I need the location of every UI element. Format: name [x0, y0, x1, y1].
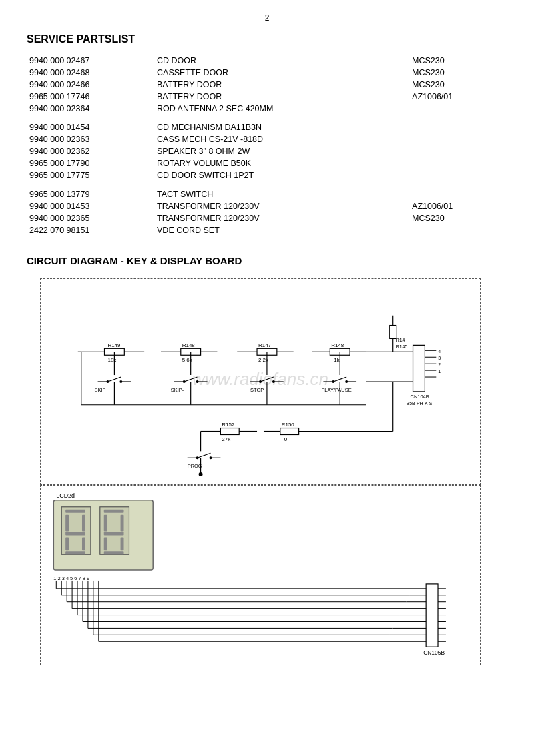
part-code: [409, 121, 507, 133]
svg-line-32: [184, 377, 198, 382]
svg-text:PROG: PROG: [188, 463, 202, 469]
part-number: 9940 000 02362: [27, 145, 154, 157]
svg-text:3: 3: [438, 356, 441, 360]
svg-text:27k: 27k: [222, 436, 230, 442]
table-row: 9965 000 13779TACT SWITCH: [27, 188, 507, 200]
svg-line-39: [260, 377, 274, 382]
svg-text:4: 4: [438, 349, 441, 354]
table-row: 9940 000 02466BATTERY DOORMCS230: [27, 79, 507, 91]
part-description: BATTERY DOOR: [154, 79, 409, 91]
lower-circuit-svg: LCD2d: [41, 486, 480, 665]
svg-line-46: [333, 377, 346, 382]
svg-text:18k: 18k: [107, 357, 116, 363]
part-description: CD DOOR SWITCH 1P2T: [154, 169, 409, 181]
svg-text:STOP: STOP: [250, 387, 264, 393]
table-row: 9940 000 02468CASSETTE DOORMCS230: [27, 67, 507, 79]
part-number: 9940 000 02468: [27, 67, 154, 79]
parts-list-title: SERVICE PARTSLIST: [27, 33, 507, 45]
part-number: 9965 000 17746: [27, 91, 154, 103]
part-description: CD DOOR: [154, 55, 409, 67]
svg-rect-103: [65, 537, 69, 550]
part-code: MCS230: [409, 55, 507, 67]
svg-text:2: 2: [438, 362, 441, 367]
part-description: SPEAKER 3" 8 OHM 2W: [154, 145, 409, 157]
svg-text:R152: R152: [222, 422, 235, 428]
table-row: 9940 000 02467CD DOORMCS230: [27, 55, 507, 67]
svg-line-88: [198, 453, 211, 458]
table-row: 9940 000 02365TRANSFORMER 120/230VMCS230: [27, 212, 507, 224]
svg-rect-57: [390, 326, 396, 339]
part-code: MCS230: [409, 67, 507, 79]
table-row: 9940 000 02363CASS MECH CS-21V -818D: [27, 133, 507, 145]
svg-rect-101: [82, 515, 85, 532]
svg-rect-99: [65, 510, 85, 513]
part-description: TACT SWITCH: [154, 188, 409, 200]
svg-text:0: 0: [284, 436, 288, 442]
circuit-diagram-lower: LCD2d: [40, 485, 481, 665]
svg-text:PLAY/PAUSE: PLAY/PAUSE: [321, 387, 351, 393]
part-number: 9965 000 13779: [27, 188, 154, 200]
part-description: CASSETTE DOOR: [154, 67, 409, 79]
svg-text:B5B-PH-K-S: B5B-PH-K-S: [407, 401, 433, 406]
svg-text:1k: 1k: [334, 357, 339, 363]
part-description: ROTARY VOLUME B50K: [154, 157, 409, 169]
svg-rect-105: [65, 551, 85, 554]
svg-rect-108: [104, 515, 107, 532]
svg-text:R14: R14: [396, 338, 405, 342]
table-row: 9965 000 17746BATTERY DOORAZ1006/01: [27, 91, 507, 103]
part-description: TRANSFORMER 120/230V: [154, 212, 409, 224]
part-code: [409, 188, 507, 200]
part-description: BATTERY DOOR: [154, 91, 409, 103]
svg-text:SKIP+: SKIP+: [95, 387, 109, 393]
svg-rect-110: [104, 532, 124, 535]
table-row: 9965 000 17790ROTARY VOLUME B50K: [27, 157, 507, 169]
svg-text:R148: R148: [331, 342, 344, 348]
table-row: 9940 000 02364ROD ANTENNA 2 SEC 420MM: [27, 103, 507, 115]
svg-text:CN104B: CN104B: [411, 394, 429, 400]
svg-text:SKIP-: SKIP-: [171, 387, 184, 393]
part-code: [409, 169, 507, 181]
parts-table: 9940 000 02467CD DOORMCS2309940 000 0246…: [27, 55, 507, 236]
svg-rect-100: [65, 515, 69, 532]
part-code: AZ1006/01: [409, 91, 507, 103]
svg-text:LCD2d: LCD2d: [56, 492, 75, 499]
circuit-diagram-upper: www.radiofans.cn R149 18k R148 5.6k: [40, 278, 481, 485]
svg-text:R150: R150: [282, 422, 295, 428]
part-number: 9940 000 02467: [27, 55, 154, 67]
part-code: [409, 224, 507, 236]
part-description: TRANSFORMER 120/230V: [154, 200, 409, 212]
svg-text:R147: R147: [258, 342, 272, 348]
circuit-title: CIRCUIT DIAGRAM - KEY & DISPLAY BOARD: [27, 255, 507, 266]
svg-rect-104: [82, 537, 85, 550]
part-description: VDE CORD SET: [154, 224, 409, 236]
part-code: MCS230: [409, 79, 507, 91]
part-code: AZ1006/01: [409, 200, 507, 212]
part-description: ROD ANTENNA 2 SEC 420MM: [154, 103, 409, 115]
svg-text:R148: R148: [182, 342, 196, 348]
upper-circuit-svg: R149 18k R148 5.6k R147 2.2k: [41, 279, 480, 484]
part-code: [409, 103, 507, 115]
table-row: 9940 000 01454CD MECHANISM DA11B3N: [27, 121, 507, 133]
svg-text:R149: R149: [107, 342, 121, 348]
part-code: [409, 145, 507, 157]
svg-rect-113: [104, 551, 124, 554]
svg-rect-81: [280, 428, 299, 435]
part-number: 9940 000 01453: [27, 200, 154, 212]
part-number: 9940 000 02365: [27, 212, 154, 224]
part-code: [409, 157, 507, 169]
svg-text:R145: R145: [396, 344, 408, 349]
svg-text:CN105B: CN105B: [423, 649, 445, 656]
part-number: 9940 000 01454: [27, 121, 154, 133]
table-row: 2422 070 98151VDE CORD SET: [27, 224, 507, 236]
table-row: 9940 000 02362SPEAKER 3" 8 OHM 2W: [27, 145, 507, 157]
svg-point-93: [199, 472, 203, 476]
circuit-container: www.radiofans.cn R149 18k R148 5.6k: [40, 278, 494, 665]
page: 2 SERVICE PARTSLIST 9940 000 02467CD DOO…: [0, 0, 534, 756]
svg-rect-76: [220, 428, 239, 435]
part-code: MCS230: [409, 212, 507, 224]
svg-text:1 2 3 4 5 6 7 8 9: 1 2 3 4 5 6 7 8 9: [53, 575, 89, 581]
part-description: CD MECHANISM DA11B3N: [154, 121, 409, 133]
part-number: 9940 000 02363: [27, 133, 154, 145]
svg-rect-112: [121, 537, 124, 550]
part-number: 9965 000 17790: [27, 157, 154, 169]
